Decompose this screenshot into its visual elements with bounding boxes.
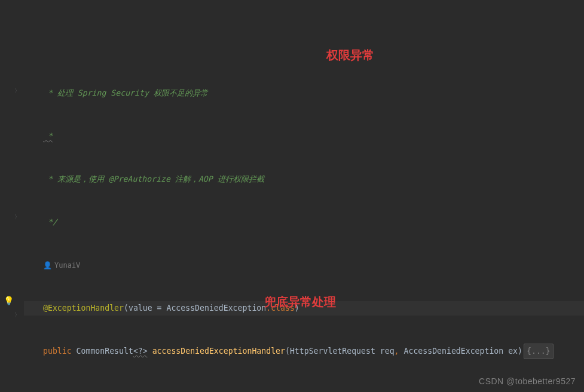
code-editor[interactable]: 〉 〉 💡 〉 ☰ * 处理 Spring Security 权限不足的异常 *… (0, 0, 584, 392)
doc-comment: * 来源是，使用 @PreAuthorize 注解，AOP 进行权限拦截 (43, 172, 264, 186)
class-ref: AccessDeniedException (166, 301, 266, 316)
fold-chevron-icon[interactable]: 〉 (14, 210, 20, 224)
method-name: accessDeniedExceptionHandler (152, 344, 285, 359)
intention-bulb-icon[interactable]: 💡 (4, 293, 14, 308)
annotation: @ExceptionHandler (43, 301, 124, 316)
person-icon: 👤 (43, 258, 52, 272)
overlay-label-permission: 权限异常 (326, 48, 374, 62)
fold-chevron-icon[interactable]: 〉 (14, 308, 20, 322)
editor-gutter: 〉 〉 💡 〉 (0, 0, 24, 392)
code-area[interactable]: ☰ * 处理 Spring Security 权限不足的异常 * * 来源是，使… (24, 0, 584, 392)
doc-comment: * (43, 129, 53, 143)
watermark: CSDN @tobebetter9527 (479, 374, 576, 388)
overlay-label-fallback: 兜底异常处理 (264, 295, 336, 309)
generic: <?> (133, 344, 148, 359)
code-fold[interactable]: {...} (524, 344, 554, 359)
keyword: public (43, 344, 72, 359)
doc-comment: * 处理 Spring Security 权限不足的异常 (43, 86, 208, 100)
type: CommonResult (77, 344, 133, 359)
author-inlay[interactable]: YunaiV (54, 258, 80, 272)
param-name: value = (129, 301, 167, 316)
fold-chevron-icon[interactable]: 〉 (14, 84, 20, 98)
param: AccessDeniedException ex (404, 344, 518, 359)
doc-comment-end: */ (43, 215, 57, 229)
param: HttpServletRequest req (290, 344, 395, 359)
